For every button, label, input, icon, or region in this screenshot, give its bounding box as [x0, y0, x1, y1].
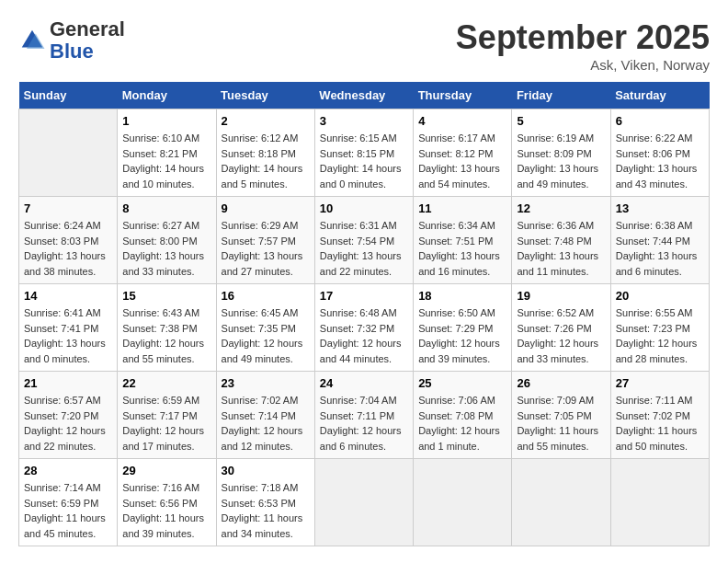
day-info: Sunrise: 7:16 AMSunset: 6:56 PMDaylight:… — [122, 480, 210, 541]
day-number: 18 — [418, 289, 506, 303]
day-number: 1 — [122, 114, 210, 128]
calendar-cell — [512, 459, 610, 546]
day-number: 28 — [24, 464, 112, 477]
day-number: 27 — [616, 376, 704, 390]
day-number: 15 — [122, 289, 210, 303]
day-number: 10 — [320, 201, 408, 215]
col-header-wednesday: Wednesday — [314, 82, 413, 109]
calendar-cell: 24Sunrise: 7:04 AMSunset: 7:11 PMDayligh… — [314, 372, 413, 459]
day-number: 19 — [517, 289, 605, 303]
day-info: Sunrise: 6:10 AMSunset: 8:21 PMDaylight:… — [122, 131, 210, 191]
day-info: Sunrise: 7:04 AMSunset: 7:11 PMDaylight:… — [320, 393, 408, 454]
day-info: Sunrise: 6:45 AMSunset: 7:35 PMDaylight:… — [222, 305, 310, 366]
day-number: 25 — [418, 376, 506, 390]
calendar-cell: 17Sunrise: 6:48 AMSunset: 7:32 PMDayligh… — [314, 284, 413, 372]
logo: General Blue — [18, 18, 125, 63]
day-number: 14 — [24, 289, 112, 303]
day-number: 24 — [320, 376, 408, 390]
day-info: Sunrise: 7:14 AMSunset: 6:59 PMDaylight:… — [24, 480, 112, 541]
calendar-cell: 27Sunrise: 7:11 AMSunset: 7:02 PMDayligh… — [610, 372, 709, 459]
calendar-cell: 7Sunrise: 6:24 AMSunset: 8:03 PMDaylight… — [19, 197, 118, 284]
calendar-cell: 12Sunrise: 6:36 AMSunset: 7:48 PMDayligh… — [512, 197, 610, 284]
day-info: Sunrise: 6:12 AMSunset: 8:18 PMDaylight:… — [222, 131, 310, 191]
day-info: Sunrise: 6:52 AMSunset: 7:26 PMDaylight:… — [517, 305, 605, 366]
calendar-cell: 11Sunrise: 6:34 AMSunset: 7:51 PMDayligh… — [414, 197, 512, 284]
day-number: 9 — [222, 201, 310, 215]
day-info: Sunrise: 7:09 AMSunset: 7:05 PMDaylight:… — [517, 393, 605, 454]
col-header-sunday: Sunday — [19, 82, 118, 109]
day-number: 20 — [616, 289, 704, 303]
calendar-cell: 28Sunrise: 7:14 AMSunset: 6:59 PMDayligh… — [19, 459, 118, 546]
calendar-table: SundayMondayTuesdayWednesdayThursdayFrid… — [18, 82, 710, 546]
calendar-cell: 5Sunrise: 6:19 AMSunset: 8:09 PMDaylight… — [512, 109, 610, 197]
day-info: Sunrise: 6:31 AMSunset: 7:54 PMDaylight:… — [320, 218, 408, 279]
calendar-cell: 6Sunrise: 6:22 AMSunset: 8:06 PMDaylight… — [610, 109, 709, 197]
col-header-monday: Monday — [118, 82, 216, 109]
calendar-cell: 18Sunrise: 6:50 AMSunset: 7:29 PMDayligh… — [414, 284, 512, 372]
calendar-cell: 29Sunrise: 7:16 AMSunset: 6:56 PMDayligh… — [118, 459, 216, 546]
col-header-thursday: Thursday — [414, 82, 512, 109]
day-info: Sunrise: 6:34 AMSunset: 7:51 PMDaylight:… — [418, 218, 506, 279]
calendar-cell: 13Sunrise: 6:38 AMSunset: 7:44 PMDayligh… — [610, 197, 709, 284]
day-number: 12 — [517, 201, 605, 215]
calendar-cell: 21Sunrise: 6:57 AMSunset: 7:20 PMDayligh… — [19, 372, 118, 459]
col-header-friday: Friday — [512, 82, 610, 109]
day-info: Sunrise: 6:59 AMSunset: 7:17 PMDaylight:… — [122, 393, 210, 454]
day-number: 21 — [24, 376, 112, 390]
calendar-week-4: 21Sunrise: 6:57 AMSunset: 7:20 PMDayligh… — [19, 372, 710, 459]
day-info: Sunrise: 6:43 AMSunset: 7:38 PMDaylight:… — [122, 305, 210, 366]
calendar-cell: 14Sunrise: 6:41 AMSunset: 7:41 PMDayligh… — [19, 284, 118, 372]
day-info: Sunrise: 6:29 AMSunset: 7:57 PMDaylight:… — [222, 218, 310, 279]
calendar-cell: 20Sunrise: 6:55 AMSunset: 7:23 PMDayligh… — [610, 284, 709, 372]
calendar-cell: 4Sunrise: 6:17 AMSunset: 8:12 PMDaylight… — [414, 109, 512, 197]
day-number: 8 — [122, 201, 210, 215]
day-info: Sunrise: 7:06 AMSunset: 7:08 PMDaylight:… — [418, 393, 506, 454]
day-info: Sunrise: 6:38 AMSunset: 7:44 PMDaylight:… — [616, 218, 704, 279]
calendar-cell: 26Sunrise: 7:09 AMSunset: 7:05 PMDayligh… — [512, 372, 610, 459]
calendar-cell: 25Sunrise: 7:06 AMSunset: 7:08 PMDayligh… — [414, 372, 512, 459]
page-header: General Blue September 2025 Ask, Viken, … — [18, 18, 710, 73]
calendar-cell: 1Sunrise: 6:10 AMSunset: 8:21 PMDaylight… — [118, 109, 216, 197]
calendar-cell: 2Sunrise: 6:12 AMSunset: 8:18 PMDaylight… — [216, 109, 314, 197]
calendar-cell: 8Sunrise: 6:27 AMSunset: 8:00 PMDaylight… — [118, 197, 216, 284]
day-info: Sunrise: 6:48 AMSunset: 7:32 PMDaylight:… — [320, 305, 408, 366]
calendar-cell: 10Sunrise: 6:31 AMSunset: 7:54 PMDayligh… — [314, 197, 413, 284]
calendar-week-1: 1Sunrise: 6:10 AMSunset: 8:21 PMDaylight… — [19, 109, 710, 197]
calendar-cell: 19Sunrise: 6:52 AMSunset: 7:26 PMDayligh… — [512, 284, 610, 372]
day-info: Sunrise: 7:02 AMSunset: 7:14 PMDaylight:… — [222, 393, 310, 454]
day-number: 29 — [122, 464, 210, 477]
day-info: Sunrise: 6:50 AMSunset: 7:29 PMDaylight:… — [418, 305, 506, 366]
day-info: Sunrise: 7:11 AMSunset: 7:02 PMDaylight:… — [616, 393, 704, 454]
calendar-week-3: 14Sunrise: 6:41 AMSunset: 7:41 PMDayligh… — [19, 284, 710, 372]
day-info: Sunrise: 6:24 AMSunset: 8:03 PMDaylight:… — [24, 218, 112, 279]
day-info: Sunrise: 6:22 AMSunset: 8:06 PMDaylight:… — [616, 131, 704, 191]
calendar-cell — [414, 459, 512, 546]
logo-text: General Blue — [50, 18, 125, 63]
logo-blue: Blue — [50, 40, 94, 63]
day-number: 16 — [222, 289, 310, 303]
day-number: 23 — [222, 376, 310, 390]
calendar-week-5: 28Sunrise: 7:14 AMSunset: 6:59 PMDayligh… — [19, 459, 710, 546]
location: Ask, Viken, Norway — [456, 57, 710, 73]
col-header-tuesday: Tuesday — [216, 82, 314, 109]
day-info: Sunrise: 6:55 AMSunset: 7:23 PMDaylight:… — [616, 305, 704, 366]
day-info: Sunrise: 6:19 AMSunset: 8:09 PMDaylight:… — [517, 131, 605, 191]
day-info: Sunrise: 6:36 AMSunset: 7:48 PMDaylight:… — [517, 218, 605, 279]
day-number: 5 — [517, 114, 605, 128]
calendar-cell: 9Sunrise: 6:29 AMSunset: 7:57 PMDaylight… — [216, 197, 314, 284]
day-number: 7 — [24, 201, 112, 215]
day-number: 26 — [517, 376, 605, 390]
day-info: Sunrise: 6:17 AMSunset: 8:12 PMDaylight:… — [418, 131, 506, 191]
day-info: Sunrise: 6:41 AMSunset: 7:41 PMDaylight:… — [24, 305, 112, 366]
calendar-cell: 23Sunrise: 7:02 AMSunset: 7:14 PMDayligh… — [216, 372, 314, 459]
day-number: 3 — [320, 114, 408, 128]
calendar-cell — [19, 109, 118, 197]
day-info: Sunrise: 6:15 AMSunset: 8:15 PMDaylight:… — [320, 131, 408, 191]
day-info: Sunrise: 6:57 AMSunset: 7:20 PMDaylight:… — [24, 393, 112, 454]
calendar-cell — [610, 459, 709, 546]
calendar-cell: 3Sunrise: 6:15 AMSunset: 8:15 PMDaylight… — [314, 109, 413, 197]
logo-icon — [18, 27, 46, 54]
day-number: 22 — [122, 376, 210, 390]
day-info: Sunrise: 7:18 AMSunset: 6:53 PMDaylight:… — [222, 480, 310, 541]
day-number: 6 — [616, 114, 704, 128]
